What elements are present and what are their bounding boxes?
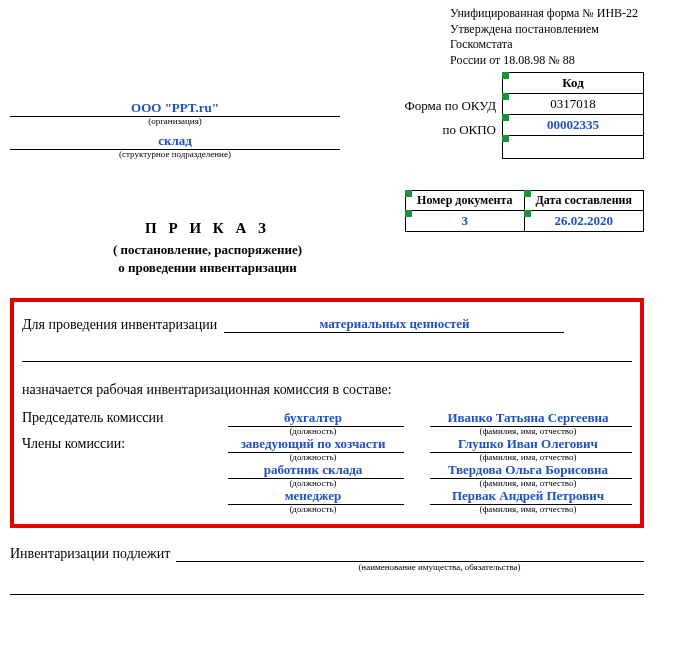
form-info-line2: Утверждена постановлением Госкомстата	[450, 22, 644, 53]
department-caption: (структурное подразделение)	[10, 150, 340, 160]
name-0: Иванко Татьяна Сергеевна	[430, 410, 632, 427]
code-empty	[503, 136, 644, 159]
code-labels: Форма по ОКУД по ОКПО	[405, 72, 503, 142]
intro-value: материальных ценностей	[224, 316, 564, 333]
role-caption-0: (должность)	[228, 426, 404, 436]
doc-number: 3	[406, 211, 525, 232]
name-3: Первак Андрей Петрович	[430, 488, 632, 505]
role-caption-2: (должность)	[228, 478, 404, 488]
organization-caption: (организация)	[10, 117, 340, 127]
department-field: склад	[10, 133, 340, 150]
name-2: Твердова Ольга Борисовна	[430, 462, 632, 479]
code-table: Код 0317018 00002335	[502, 72, 644, 159]
name-caption-0: (фамилия, имя, отчество)	[430, 426, 632, 436]
name-caption-2: (фамилия, имя, отчество)	[430, 478, 632, 488]
intro-row: Для проведения инвентаризации материальн…	[22, 316, 632, 333]
order-sub2: о проведении инвентаризации	[10, 259, 405, 277]
organization-field: ООО "PPT.ru"	[10, 100, 340, 117]
organization-value: ООО "PPT.ru"	[131, 100, 219, 115]
order-sub1: ( постановление, распоряжение)	[10, 241, 405, 259]
doc-table: Номер документа Дата составления 3 26.02…	[405, 190, 644, 232]
subject-caption: (наименование имущества, обязательства)	[235, 562, 644, 572]
role-1: заведующий по хозчасти	[228, 436, 404, 453]
okud-label: Форма по ОКУД	[405, 94, 497, 118]
okpo-label: по ОКПО	[405, 118, 497, 142]
form-info-line1: Унифицированная форма № ИНВ-22	[450, 6, 644, 22]
doc-date-header: Дата составления	[524, 191, 643, 211]
members-label: Члены комиссии:	[22, 436, 228, 453]
okud-value: 0317018	[503, 94, 644, 115]
doc-number-header: Номер документа	[406, 191, 525, 211]
role-caption-1: (должность)	[228, 452, 404, 462]
name-1: Глушко Иван Олегович	[430, 436, 632, 453]
name-caption-1: (фамилия, имя, отчество)	[430, 452, 632, 462]
subject-field	[176, 547, 644, 562]
blank-line-1	[22, 347, 632, 362]
blank-line-2	[10, 580, 644, 595]
okpo-value: 00002335	[503, 115, 644, 136]
department-value: склад	[158, 133, 192, 148]
form-info-line3: России от 18.08.98 № 88	[450, 53, 644, 69]
subject-label: Инвентаризации подлежит	[10, 546, 170, 562]
order-title: П Р И К А З	[10, 220, 405, 237]
role-3: менеджер	[228, 488, 404, 505]
subject-row: Инвентаризации подлежит	[10, 546, 644, 562]
order-heading: П Р И К А З ( постановление, распоряжени…	[10, 190, 405, 277]
form-info: Унифицированная форма № ИНВ-22 Утвержден…	[450, 6, 644, 68]
commission-table: Председатель комиссии бухгалтер Иванко Т…	[22, 410, 632, 514]
role-caption-3: (должность)	[228, 504, 404, 514]
chairman-label: Председатель комиссии	[22, 410, 228, 427]
code-header: Код	[503, 73, 644, 94]
intro-label: Для проведения инвентаризации	[22, 317, 217, 332]
doc-date: 26.02.2020	[524, 211, 643, 232]
name-caption-3: (фамилия, имя, отчество)	[430, 504, 632, 514]
commission-block: Для проведения инвентаризации материальн…	[10, 298, 644, 528]
role-0: бухгалтер	[228, 410, 404, 427]
assign-text: назначается рабочая инвентаризационная к…	[22, 382, 632, 398]
role-2: работник склада	[228, 462, 404, 479]
